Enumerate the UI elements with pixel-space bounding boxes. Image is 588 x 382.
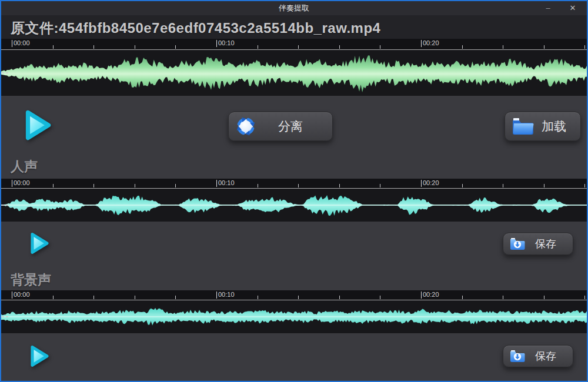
save-vocals-button[interactable]: 保存: [503, 233, 573, 255]
save-folder-icon: [509, 349, 526, 363]
play-icon: [26, 343, 52, 369]
play-background-button[interactable]: [26, 343, 52, 369]
save-folder-icon: [509, 237, 526, 251]
separate-button-label: 分离: [257, 118, 324, 135]
waveform-original[interactable]: [1, 50, 587, 96]
play-original-button[interactable]: [19, 107, 55, 143]
timeline-ruler-background: 00:0000:1000:20: [1, 290, 587, 300]
save-vocals-label: 保存: [526, 237, 566, 251]
folder-open-icon: [511, 116, 534, 136]
minimize-icon[interactable]: –: [539, 1, 557, 15]
title-bar[interactable]: 伴奏提取 – ✕: [1, 1, 587, 15]
accompaniment-extractor-window: 伴奏提取 – ✕ 原文件:454fbfb8450e7e6edf07453c2a5…: [0, 0, 588, 382]
separate-button[interactable]: 分离: [228, 112, 333, 141]
timeline-ruler-vocals: 00:0000:1000:20: [1, 179, 587, 189]
sync-icon: [235, 115, 257, 138]
window-title: 伴奏提取: [1, 1, 587, 15]
load-button[interactable]: 加载: [505, 112, 581, 141]
waveform-background[interactable]: [1, 300, 587, 333]
save-background-label: 保存: [526, 349, 566, 363]
waveform-vocals[interactable]: [1, 189, 587, 222]
close-icon[interactable]: ✕: [563, 1, 582, 15]
play-icon: [19, 107, 55, 143]
load-button-label: 加载: [534, 118, 573, 135]
play-icon: [26, 230, 52, 256]
play-vocals-button[interactable]: [26, 230, 52, 256]
source-file-name: 原文件:454fbfb8450e7e6edf07453c2a5514bb_raw…: [1, 15, 587, 38]
timeline-ruler-original: 00:0000:1000:20: [1, 39, 587, 50]
vocals-section-label: 人声: [11, 158, 38, 176]
save-background-button[interactable]: 保存: [503, 345, 573, 367]
background-section-label: 背景声: [11, 271, 51, 289]
source-file-header: 原文件:454fbfb8450e7e6edf07453c2a5514bb_raw…: [1, 15, 587, 39]
